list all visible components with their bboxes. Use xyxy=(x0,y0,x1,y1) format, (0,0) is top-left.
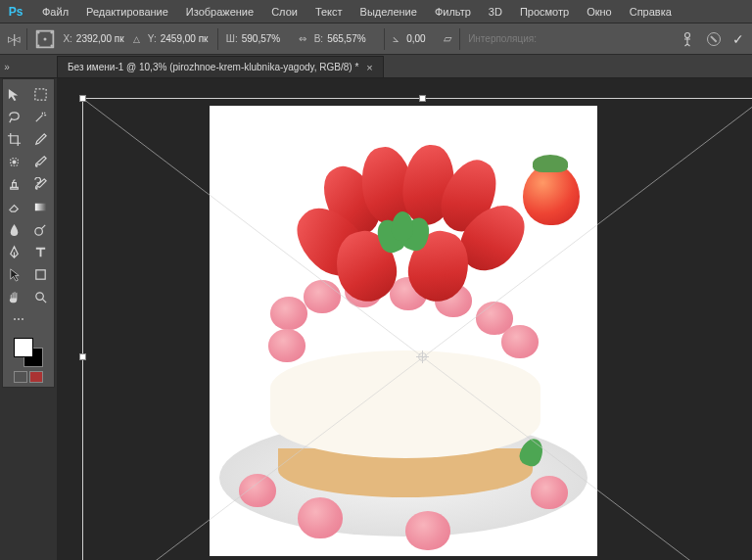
menu-bar: Ps Файл Редактирование Изображение Слои … xyxy=(0,0,752,23)
menu-3d[interactable]: 3D xyxy=(480,0,511,23)
color-swatches[interactable] xyxy=(14,338,43,367)
svg-rect-12 xyxy=(36,269,45,278)
canvas-area[interactable] xyxy=(57,78,752,560)
magic-wand-tool-icon[interactable] xyxy=(29,106,53,127)
eyedropper-tool-icon[interactable] xyxy=(29,128,53,150)
transform-tool-icon: ▹|◃ xyxy=(8,31,19,46)
separator xyxy=(217,28,218,50)
standard-mode-icon[interactable] xyxy=(14,371,27,383)
svg-point-3 xyxy=(51,31,53,33)
svg-point-13 xyxy=(36,292,44,300)
svg-point-9 xyxy=(13,161,16,163)
path-select-tool-icon[interactable] xyxy=(3,263,26,285)
brush-tool-icon[interactable] xyxy=(29,151,53,172)
transform-handle-ml[interactable] xyxy=(79,353,86,360)
crop-tool-icon[interactable] xyxy=(3,128,26,150)
transform-y-field[interactable]: Y: 2459,00 пк xyxy=(148,33,210,44)
close-tab-icon[interactable]: × xyxy=(366,62,372,73)
svg-point-6 xyxy=(685,32,690,37)
menu-type[interactable]: Текст xyxy=(306,0,352,23)
svg-line-14 xyxy=(83,99,752,560)
pen-tool-icon[interactable] xyxy=(3,241,26,262)
svg-point-4 xyxy=(37,44,39,46)
menu-edit[interactable]: Редактирование xyxy=(77,0,177,23)
transform-x-field[interactable]: X: 2392,00 пк xyxy=(63,33,124,44)
document-tab-title: Без имени-1 @ 10,3% (pirozhnoe-krem-klub… xyxy=(68,62,358,72)
document-tab[interactable]: Без имени-1 @ 10,3% (pirozhnoe-krem-klub… xyxy=(57,56,384,77)
transform-w-field[interactable]: Ш: 590,57% xyxy=(226,33,291,44)
menu-select[interactable]: Выделение xyxy=(352,0,426,23)
separator xyxy=(459,28,460,50)
y-value[interactable]: 2459,00 пк xyxy=(161,33,210,44)
y-label: Y: xyxy=(148,33,157,44)
foreground-color-swatch[interactable] xyxy=(14,338,33,357)
transform-diagonals xyxy=(83,99,752,560)
triangle-icon[interactable]: △ xyxy=(133,34,140,44)
puppet-pin-icon[interactable] xyxy=(680,31,695,47)
w-label: Ш: xyxy=(226,33,238,44)
h-value[interactable]: 565,57% xyxy=(327,33,376,44)
quick-mask-mode-icon[interactable] xyxy=(29,371,43,383)
dodge-tool-icon[interactable] xyxy=(29,218,53,240)
app-logo: Ps xyxy=(6,4,25,20)
transform-angle-field[interactable]: 0,00 xyxy=(406,33,436,44)
marquee-tool-icon[interactable] xyxy=(29,83,53,105)
x-label: X: xyxy=(63,33,71,44)
svg-rect-10 xyxy=(35,203,46,210)
cancel-transform-icon[interactable] xyxy=(707,32,721,46)
transform-center-point[interactable] xyxy=(418,352,427,361)
h-label: В: xyxy=(314,33,323,44)
menu-image[interactable]: Изображение xyxy=(177,0,262,23)
tool-palette: ⋯ xyxy=(2,78,55,388)
zoom-tool-icon[interactable] xyxy=(29,286,53,307)
separator xyxy=(384,28,385,50)
reference-point-icon[interactable] xyxy=(35,29,55,49)
svg-point-2 xyxy=(37,31,39,33)
lasso-tool-icon[interactable] xyxy=(3,106,26,127)
menu-window[interactable]: Окно xyxy=(578,0,621,23)
w-value[interactable]: 590,57% xyxy=(242,33,291,44)
free-transform-bounds[interactable] xyxy=(82,98,752,560)
clone-stamp-tool-icon[interactable] xyxy=(3,173,26,195)
type-tool-icon[interactable] xyxy=(29,241,53,262)
menu-file[interactable]: Файл xyxy=(33,0,77,23)
blur-tool-icon[interactable] xyxy=(3,218,26,240)
options-bar: ▹|◃ X: 2392,00 пк △ Y: 2459,00 пк Ш: 590… xyxy=(0,23,752,55)
transform-handle-tl[interactable] xyxy=(79,95,86,102)
interpolation-label: Интерполяция: xyxy=(468,33,537,44)
menu-help[interactable]: Справка xyxy=(621,0,681,23)
mask-mode-row xyxy=(3,371,54,383)
eraser-tool-icon[interactable] xyxy=(3,196,26,217)
shape-tool-icon[interactable] xyxy=(29,263,53,285)
healing-brush-tool-icon[interactable] xyxy=(3,151,26,172)
angle-icon: ⦣ xyxy=(393,32,399,45)
document-tab-bar: Без имени-1 @ 10,3% (pirozhnoe-krem-klub… xyxy=(0,55,752,78)
angle-value[interactable]: 0,00 xyxy=(406,33,436,44)
hand-tool-icon[interactable] xyxy=(3,286,26,307)
menu-filter[interactable]: Фильтр xyxy=(426,0,480,23)
svg-point-1 xyxy=(44,37,47,40)
svg-point-5 xyxy=(51,44,53,46)
commit-transform-icon[interactable]: ✓ xyxy=(732,31,744,47)
move-tool-icon[interactable] xyxy=(3,83,26,105)
transform-h-field[interactable]: В: 565,57% xyxy=(314,33,376,44)
x-value[interactable]: 2392,00 пк xyxy=(76,33,125,44)
separator xyxy=(26,28,27,50)
menu-view[interactable]: Просмотр xyxy=(511,0,578,23)
aspect-link-icon[interactable]: ⇔ xyxy=(299,33,306,44)
menu-layer[interactable]: Слои xyxy=(262,0,306,23)
svg-line-15 xyxy=(83,99,752,560)
history-brush-tool-icon[interactable] xyxy=(29,173,53,195)
svg-rect-7 xyxy=(35,88,46,99)
panel-collapse-icon[interactable]: » xyxy=(2,57,12,76)
transform-handle-tm[interactable] xyxy=(419,95,426,102)
gradient-tool-icon[interactable] xyxy=(29,196,53,217)
edit-toolbar-icon[interactable]: ⋯ xyxy=(7,308,30,330)
svg-point-11 xyxy=(35,227,43,235)
skew-h-icon[interactable]: ▱ xyxy=(444,32,451,45)
